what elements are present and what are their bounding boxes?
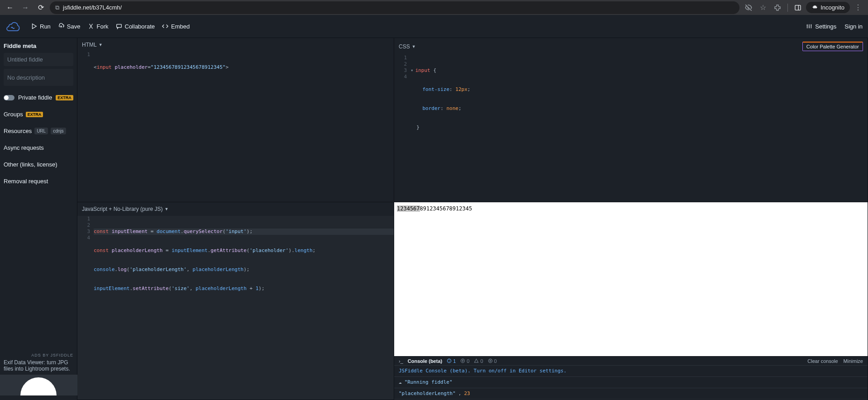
play-icon	[31, 23, 37, 29]
browser-toolbar: ← → ⟳ ⧉ jsfiddle.net/b37L4cmh/ ☆ Incogni…	[0, 0, 868, 15]
url-pill[interactable]: URL	[34, 128, 48, 134]
sidebar: Fiddle meta Private fiddle EXTRA Groups …	[0, 38, 77, 400]
panel-icon[interactable]	[792, 1, 804, 14]
extra-badge: EXTRA	[26, 112, 43, 117]
eye-off-icon[interactable]	[742, 1, 755, 14]
svg-rect-2	[116, 24, 121, 28]
address-bar[interactable]: ⧉ jsfiddle.net/b37L4cmh/	[50, 1, 739, 14]
jsfiddle-logo[interactable]	[5, 18, 22, 34]
collaborate-button[interactable]: Collaborate	[116, 23, 155, 30]
debug-icon	[488, 358, 493, 363]
private-toggle[interactable]	[4, 95, 14, 100]
chevron-down-icon: ▼	[412, 44, 416, 49]
warn-icon	[460, 358, 465, 363]
result-input[interactable]: 12345678912345678912345	[397, 205, 472, 212]
reload-button[interactable]: ⟳	[34, 1, 47, 14]
js-pane: JavaScript + No-Library (pure JS) ▼ 1234…	[77, 202, 394, 400]
console-body: JSFiddle Console (beta). Turn on/off in …	[394, 366, 868, 400]
info-icon	[447, 358, 452, 363]
result-frame[interactable]: 12345678912345678912345	[394, 202, 868, 356]
html-pane: HTML ▼ 1 <input placeholder="12345678912…	[77, 38, 394, 202]
removal-request-section[interactable]: Removal request	[4, 178, 73, 185]
url-text: jsfiddle.net/b37L4cmh/	[63, 4, 122, 11]
menu-icon[interactable]: ⋮	[852, 1, 864, 14]
svg-point-5	[462, 360, 463, 362]
info-count[interactable]: 1	[447, 358, 456, 364]
html-pane-header[interactable]: HTML ▼	[77, 38, 394, 52]
save-button[interactable]: Save	[58, 23, 81, 30]
console-prompt-icon: ›_	[399, 358, 403, 364]
svg-point-4	[461, 359, 465, 362]
site-info-icon[interactable]: ⧉	[55, 4, 59, 11]
incognito-label: Incognito	[820, 4, 844, 11]
incognito-indicator[interactable]: Incognito	[806, 2, 850, 13]
groups-section[interactable]: Groups EXTRA	[4, 111, 73, 118]
console-running-line: "Running fiddle"	[405, 378, 453, 387]
css-pane-header[interactable]: CSS ▼ Color Palette Generator	[394, 38, 868, 55]
ad-image	[0, 375, 77, 395]
chat-icon	[116, 23, 122, 29]
signin-button[interactable]: Sign in	[844, 23, 863, 30]
chevron-down-icon: ▼	[164, 207, 168, 211]
cloud-upload-icon	[58, 23, 64, 29]
fiddle-description-input[interactable]	[4, 69, 73, 86]
resources-section[interactable]: Resources URL cdnjs	[4, 128, 73, 134]
js-editor[interactable]: 1234 const inputElement = document.query…	[77, 216, 394, 400]
console-info-line: JSFiddle Console (beta). Turn on/off in …	[399, 367, 567, 376]
debug-count[interactable]: 0	[488, 358, 497, 364]
js-pane-header[interactable]: JavaScript + No-Library (pure JS) ▼	[77, 202, 394, 216]
extensions-icon[interactable]	[771, 1, 784, 14]
settings-button[interactable]: Settings	[806, 23, 836, 30]
app-toolbar: Run Save Fork Collaborate Embed Settings…	[0, 15, 868, 38]
sliders-icon	[806, 23, 812, 29]
run-button[interactable]: Run	[31, 23, 51, 30]
svg-rect-0	[795, 5, 801, 10]
console-log-label: "placeholderLength"	[399, 389, 456, 398]
embed-button[interactable]: Embed	[162, 23, 190, 30]
fiddle-title-input[interactable]	[4, 53, 73, 66]
back-button[interactable]: ←	[4, 1, 16, 14]
minimize-console-button[interactable]: Minimize	[844, 358, 863, 364]
chevron-down-icon: ▼	[99, 43, 103, 47]
warn-count[interactable]: 0	[460, 358, 469, 364]
cdnjs-pill[interactable]: cdnjs	[51, 128, 66, 134]
forward-button[interactable]: →	[19, 1, 32, 14]
css-pane: CSS ▼ Color Palette Generator 1234 ▾inpu…	[394, 38, 868, 202]
html-editor[interactable]: 1 <input placeholder="123456789123456789…	[77, 52, 394, 202]
color-palette-button[interactable]: Color Palette Generator	[802, 42, 863, 51]
css-editor[interactable]: 1234 ▾input { font-size: 12px; border: n…	[394, 55, 868, 202]
fiddle-meta-heading: Fiddle meta	[4, 43, 73, 49]
other-section[interactable]: Other (links, license)	[4, 161, 73, 168]
fork-icon	[88, 23, 94, 29]
code-icon	[162, 23, 168, 29]
error-count[interactable]: 0	[474, 358, 483, 364]
extra-badge: EXTRA	[56, 95, 73, 100]
bookmark-star-icon[interactable]: ☆	[757, 1, 769, 14]
ad-label: ADS BY JSFIDDLE	[4, 353, 73, 357]
async-requests-section[interactable]: Async requests	[4, 144, 73, 151]
console-panel: ›_ Console (beta) 1 0 0	[394, 356, 868, 400]
clear-console-button[interactable]: Clear console	[807, 358, 838, 364]
result-pane: 12345678912345678912345 ›_ Console (beta…	[394, 202, 868, 400]
cloud-icon: ☁	[399, 378, 402, 387]
private-label: Private fiddle	[18, 94, 52, 101]
console-title: Console (beta)	[408, 358, 442, 364]
triangle-icon	[474, 358, 479, 363]
console-log-value: 23	[464, 389, 470, 398]
ad-text: Exif Data Viewer: turn JPG files into Li…	[4, 359, 73, 375]
fork-button[interactable]: Fork	[88, 23, 109, 30]
ad-block[interactable]: ADS BY JSFIDDLE Exif Data Viewer: turn J…	[4, 353, 73, 395]
